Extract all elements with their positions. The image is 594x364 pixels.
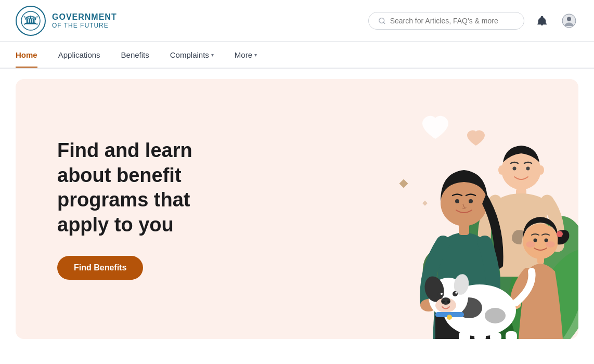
find-benefits-button[interactable]: Find Benefits	[57, 256, 143, 280]
nav-item-more[interactable]: More ▾	[235, 43, 257, 67]
svg-point-33	[455, 199, 459, 203]
svg-rect-7	[31, 19, 32, 23]
svg-point-39	[557, 231, 563, 237]
svg-text:★: ★	[36, 22, 38, 25]
user-button[interactable]	[560, 11, 578, 30]
svg-point-41	[545, 239, 548, 242]
complaints-chevron: ▾	[211, 52, 214, 58]
hero-section: Find and learn about benefit programs th…	[16, 79, 578, 339]
svg-point-42	[526, 241, 535, 248]
svg-rect-59	[459, 331, 470, 339]
svg-point-43	[546, 241, 555, 248]
svg-line-14	[383, 22, 385, 23]
svg-point-38	[523, 224, 558, 259]
logo-title: GOVERNMENT	[52, 12, 117, 22]
svg-rect-62	[506, 331, 517, 339]
main-nav: Home Applications Benefits Complaints ▾ …	[0, 42, 594, 69]
svg-point-54	[447, 301, 450, 303]
logo-text: GOVERNMENT OF THE FUTURE	[52, 12, 117, 29]
svg-point-16	[567, 17, 571, 21]
search-bar[interactable]	[368, 12, 524, 30]
search-icon	[378, 17, 386, 25]
svg-point-40	[534, 239, 537, 242]
svg-point-53	[442, 301, 445, 303]
more-chevron: ▾	[254, 52, 257, 58]
svg-point-27	[538, 165, 544, 175]
nav-item-complaints[interactable]: Complaints ▾	[170, 43, 214, 67]
logo-area: ★ ★ ★ ★ GOVERNMENT OF THE FUTURE	[16, 6, 117, 36]
svg-point-55	[437, 292, 444, 298]
svg-rect-4	[30, 16, 31, 19]
svg-point-56	[441, 293, 443, 295]
svg-rect-6	[29, 19, 30, 23]
svg-rect-60	[474, 332, 486, 339]
nav-item-home[interactable]: Home	[16, 43, 37, 68]
svg-rect-61	[490, 332, 501, 339]
svg-point-34	[469, 199, 473, 203]
search-input[interactable]	[390, 17, 514, 25]
notification-button[interactable]	[533, 11, 551, 30]
svg-rect-18	[422, 201, 428, 206]
hero-content: Find and learn about benefit programs th…	[16, 107, 286, 311]
svg-point-28	[513, 167, 516, 171]
svg-point-64	[447, 315, 452, 320]
svg-point-47	[485, 308, 506, 323]
hero-illustration	[287, 79, 578, 339]
nav-item-applications[interactable]: Applications	[58, 43, 100, 67]
svg-rect-8	[33, 19, 34, 23]
svg-point-29	[526, 167, 530, 171]
svg-point-26	[498, 165, 505, 175]
logo-icon: ★ ★ ★ ★	[16, 6, 46, 36]
site-header: ★ ★ ★ ★ GOVERNMENT OF THE FUTURE	[0, 0, 594, 42]
hero-title: Find and learn about benefit programs th…	[57, 138, 244, 237]
nav-item-benefits[interactable]: Benefits	[121, 43, 149, 67]
header-actions	[368, 11, 578, 30]
svg-rect-5	[27, 19, 28, 23]
svg-rect-3	[25, 23, 36, 24]
logo-subtitle: OF THE FUTURE	[52, 22, 117, 29]
svg-point-58	[455, 292, 457, 294]
svg-rect-17	[399, 179, 408, 188]
svg-point-57	[453, 291, 458, 296]
